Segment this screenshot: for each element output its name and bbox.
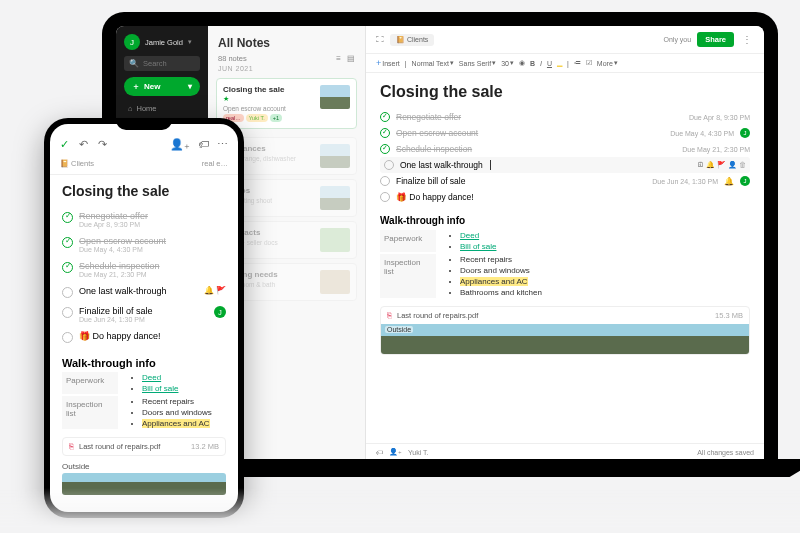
list-item: Doors and windows: [142, 407, 212, 418]
task-due: Due May 21, 2:30 PM: [79, 271, 160, 278]
share-button[interactable]: Share: [697, 32, 734, 47]
bold-icon[interactable]: B: [530, 60, 535, 67]
task-row[interactable]: Schedule inspectionDue May 21, 2:30 PM: [380, 141, 750, 157]
task-row[interactable]: One last walk-through🔔 🚩: [62, 282, 226, 302]
list-item: Appliances and AC: [142, 418, 212, 429]
tag[interactable]: Yuki T.: [246, 114, 268, 122]
underline-icon[interactable]: U: [547, 60, 552, 67]
checkbox-icon[interactable]: [62, 262, 73, 273]
trash-icon[interactable]: 🗑: [739, 161, 746, 168]
collaborator-chip[interactable]: Yuki T.: [408, 449, 429, 456]
kebab-icon[interactable]: ⋮: [740, 34, 754, 45]
attachment-card[interactable]: ⎘ Last round of repairs.pdf 15.3 MB Outs…: [380, 306, 750, 355]
checkbox-icon[interactable]: [380, 192, 390, 202]
chevron-down-icon: ▾: [188, 38, 192, 46]
list-item: Doors and windows: [460, 265, 542, 276]
note-title[interactable]: Closing the sale: [62, 183, 226, 199]
assignee-avatar: J: [740, 176, 750, 186]
list-icon[interactable]: ≔: [574, 59, 581, 67]
person-icon[interactable]: 👤: [728, 161, 737, 168]
filter-icon[interactable]: ▤: [347, 54, 355, 63]
user-row[interactable]: J Jamie Gold ▾: [124, 34, 200, 50]
more-icon[interactable]: ⋯: [217, 138, 228, 151]
task-row[interactable]: Open escrow accountDue May 4, 4:30 PMJ: [380, 125, 750, 141]
info-label: Paperwork: [62, 372, 118, 394]
sidebar-item-home[interactable]: ⌂ Home: [124, 102, 200, 115]
task-row[interactable]: Renegotiate offerDue Apr 8, 9:30 PM: [62, 207, 226, 232]
check-icon[interactable]: ✓: [60, 138, 69, 151]
task-row[interactable]: One last walk-through 🗓 🔔 🚩 👤 🗑: [380, 157, 750, 173]
flag-icon[interactable]: 🚩: [717, 161, 726, 168]
link-bill-of-sale[interactable]: Bill of sale: [460, 242, 496, 251]
info-row-paperwork: Paperwork Deed Bill of sale: [62, 372, 226, 394]
task-label: Renegotiate offer: [79, 211, 148, 221]
checkbox-icon[interactable]: [380, 144, 390, 154]
redo-icon[interactable]: ↷: [98, 138, 107, 151]
attachment-caption: Outside: [385, 326, 413, 333]
highlighted-text: Appliances and AC: [460, 277, 528, 286]
tag-icon[interactable]: 🏷: [376, 449, 383, 456]
paragraph-style[interactable]: Normal Text ▾: [412, 59, 454, 67]
note-thumbnail: [320, 186, 350, 210]
italic-icon[interactable]: I: [540, 60, 542, 67]
search-field[interactable]: [143, 59, 193, 68]
more-menu[interactable]: More ▾: [597, 59, 618, 67]
visibility-label: Only you: [664, 36, 692, 43]
phone-breadcrumb[interactable]: 📔 Clients real e…: [50, 155, 238, 175]
highlight-icon[interactable]: ▁: [557, 59, 562, 67]
attachment-name: Last round of repairs.pdf: [79, 442, 160, 451]
checkbox-icon[interactable]: [62, 237, 73, 248]
bell-icon[interactable]: 🔔: [706, 161, 715, 168]
checkbox-icon[interactable]: [62, 307, 73, 318]
sort-icon[interactable]: ≡: [336, 54, 341, 63]
info-row-inspection: Inspection list Recent repairs Doors and…: [380, 254, 750, 298]
add-person-icon[interactable]: 👤₊: [170, 138, 190, 151]
color-icon[interactable]: ◉: [519, 59, 525, 67]
checkbox-icon[interactable]: [380, 112, 390, 122]
chevron-down-icon: ▾: [188, 82, 192, 91]
checkbox-icon[interactable]: [384, 160, 394, 170]
new-button[interactable]: ＋ New ▾: [124, 77, 200, 96]
checkbox-icon[interactable]: [62, 212, 73, 223]
task-row[interactable]: 🎁 Do happy dance!: [380, 189, 750, 205]
task-due: Due Jun 24, 1:30 PM: [652, 178, 718, 185]
attachment-caption: Outside: [62, 462, 226, 471]
task-row[interactable]: Schedule inspectionDue May 21, 2:30 PM: [62, 257, 226, 282]
list-item: Appliances and AC: [460, 276, 542, 287]
checklist-icon[interactable]: ☑: [586, 59, 592, 67]
task-due: Due May 4, 4:30 PM: [670, 130, 734, 137]
breadcrumb[interactable]: 📔 Clients: [390, 34, 434, 46]
task-row[interactable]: 🎁 Do happy dance!: [62, 327, 226, 347]
note-card[interactable]: Closing the sale ★ Open escrow account r…: [216, 78, 357, 129]
link-bill-of-sale[interactable]: Bill of sale: [142, 384, 178, 393]
task-row[interactable]: Renegotiate offerDue Apr 8, 9:30 PM: [380, 109, 750, 125]
list-item: Recent repairs: [460, 254, 542, 265]
phone-body[interactable]: Closing the sale Renegotiate offerDue Ap…: [50, 175, 238, 503]
attachment-card[interactable]: ⎘ Last round of repairs.pdf 13.2 MB: [62, 437, 226, 456]
checkbox-icon[interactable]: [380, 176, 390, 186]
checkbox-icon[interactable]: [62, 287, 73, 298]
info-list: Deed Bill of sale: [446, 230, 496, 252]
expand-icon[interactable]: ⛶: [376, 35, 384, 44]
link-deed[interactable]: Deed: [142, 373, 161, 382]
tag-icon[interactable]: 🏷: [198, 138, 209, 151]
task-row[interactable]: Finalize bill of saleDue Jun 24, 1:30 PM…: [380, 173, 750, 189]
note-title[interactable]: Closing the sale: [380, 83, 750, 101]
tag-more[interactable]: +1: [270, 114, 282, 122]
checkbox-icon[interactable]: [62, 332, 73, 343]
font-family[interactable]: Sans Serif ▾: [459, 59, 496, 67]
link-deed[interactable]: Deed: [460, 231, 479, 240]
note-thumbnail: [320, 144, 350, 168]
insert-menu[interactable]: + Insert: [376, 58, 400, 68]
font-size[interactable]: 30 ▾: [501, 59, 514, 67]
calendar-icon[interactable]: 🗓: [697, 161, 704, 168]
task-label: Finalize bill of sale: [396, 176, 465, 186]
task-row[interactable]: Finalize bill of saleDue Jun 24, 1:30 PM…: [62, 302, 226, 327]
task-row[interactable]: Open escrow accountDue May 4, 4:30 PM: [62, 232, 226, 257]
add-person-icon[interactable]: 👤₊: [389, 448, 402, 456]
checkbox-icon[interactable]: [380, 128, 390, 138]
search-input[interactable]: 🔍: [124, 56, 200, 71]
editor-body[interactable]: Closing the sale Renegotiate offerDue Ap…: [366, 73, 764, 365]
section-heading: Walk-through info: [62, 357, 226, 369]
undo-icon[interactable]: ↶: [79, 138, 88, 151]
